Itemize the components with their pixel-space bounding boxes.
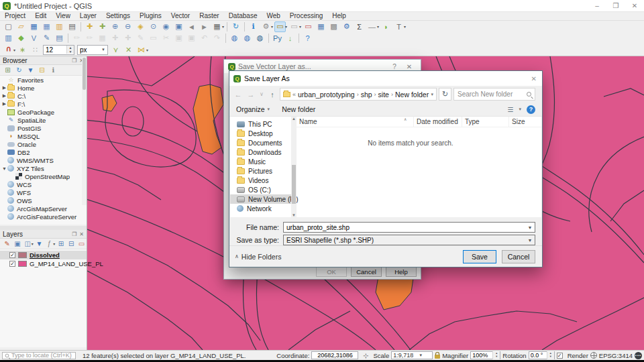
browser-item-favorites[interactable]: Favorites [0, 76, 87, 84]
new-virtual-layer-icon[interactable]: ▤ [54, 33, 65, 44]
remove-layer-icon[interactable]: ▭ [77, 239, 86, 249]
enable-snapping-icon[interactable]: ∪ [3, 44, 14, 55]
hide-folders-button[interactable]: ∧ Hide Folders [235, 253, 281, 261]
expand-all-icon[interactable]: ⊞ [56, 239, 65, 249]
cancel-button[interactable]: Cancel [502, 250, 535, 263]
mouse-position-icon[interactable]: ⊹ [361, 350, 370, 361]
refresh-browser-icon[interactable]: ↻ [14, 66, 24, 75]
place-documents[interactable]: Documents [230, 138, 291, 147]
scroll-up-icon[interactable]: ▲ [291, 117, 297, 121]
refresh-map-icon[interactable]: ↻ [230, 21, 241, 32]
close-button[interactable]: ✕ [625, 0, 644, 11]
menu-plugins[interactable]: Plugins [135, 12, 166, 20]
measure-line-icon[interactable]: ― [366, 21, 378, 32]
column-header-size[interactable]: Size [509, 117, 541, 127]
spinner-arrows[interactable]: ▲▼ [66, 46, 74, 54]
float-panel-icon[interactable]: ❐ [72, 58, 76, 64]
scale-select[interactable]: 1:9,718 ▼ [391, 351, 433, 359]
menu-edit[interactable]: Edit [30, 12, 51, 20]
zoom-to-layer-icon[interactable]: ▣ [173, 21, 184, 32]
browser-scrollbar[interactable] [82, 56, 87, 205]
open-layer-styling-icon[interactable]: ✎ [3, 239, 11, 249]
install-plugin-icon[interactable]: ↓ [284, 33, 296, 44]
chevron-down-icon[interactable]: ▾ [519, 107, 521, 112]
select-features-icon[interactable]: ▭ [274, 21, 286, 32]
column-header-type[interactable]: Type [462, 117, 509, 127]
snapping-tolerance-spinbox[interactable]: ▲▼ [43, 45, 74, 55]
text-annotation-dropdown[interactable]: ▾ [404, 24, 406, 29]
close-panel-icon[interactable]: ✕ [79, 231, 84, 237]
place-new-volume-f[interactable]: New Volume (F:) [230, 194, 291, 204]
magnifier-spinbox[interactable]: ▲▼ [470, 351, 500, 359]
snapping-unit-select[interactable]: px ▼ [77, 45, 108, 55]
new-map-view-icon[interactable]: ▦ [211, 21, 223, 32]
browser-item-f[interactable]: ▶F:\ [0, 100, 87, 108]
expand-icon[interactable]: ▶ [1, 85, 7, 90]
save-as-type-select[interactable]: ESRI Shapefile (*.shp *.SHP) ▼ [283, 235, 535, 245]
locate-box[interactable]: Type to locate (Ctrl+K) [2, 352, 76, 359]
browser-item-postgis[interactable]: PostGIS [0, 124, 87, 132]
place-pictures[interactable]: Pictures [230, 166, 291, 176]
filter-by-expression-icon[interactable]: ƒ [45, 239, 54, 249]
zoom-native-icon[interactable]: ⊙ [148, 21, 159, 32]
filter-by-expression-dropdown[interactable]: ▾ [53, 241, 55, 246]
browser-item-openstreetmap[interactable]: OpenStreetMap [0, 172, 87, 180]
collapse-all-icon[interactable]: ⊟ [37, 66, 47, 75]
new-folder-button[interactable]: New folder [282, 105, 315, 113]
deselect-features-icon[interactable]: ▭ [303, 21, 314, 32]
maximize-button[interactable]: ❐ [606, 0, 625, 11]
file-name-input[interactable] [284, 224, 525, 231]
column-header-name[interactable]: Name [297, 117, 414, 127]
file-dialog-titlebar[interactable]: Q Save Layer As ✕ [229, 71, 542, 86]
zoom-to-selection-icon[interactable]: ◉ [160, 21, 172, 32]
minimize-button[interactable]: – [588, 0, 606, 11]
dialog-help-button[interactable]: ? [387, 63, 402, 70]
breadcrumb-urban-prototyping[interactable]: urban_prototyping [298, 90, 355, 99]
place-network[interactable]: Network [230, 204, 291, 213]
zoom-out-icon[interactable]: ⊖ [122, 21, 133, 32]
magnifier-input[interactable] [471, 352, 492, 359]
add-group-icon[interactable]: ▣ [13, 239, 21, 249]
breadcrumb-site[interactable]: site [378, 90, 389, 99]
lock-scale-icon[interactable] [435, 355, 440, 359]
web-browser-plugin-icon[interactable]: ◍ [254, 33, 266, 44]
organize-button[interactable]: Organize ▾ [236, 105, 270, 113]
menu-settings[interactable]: Settings [101, 12, 135, 20]
topological-editing-icon[interactable]: ⋎ [110, 44, 121, 55]
menu-vector[interactable]: Vector [166, 12, 195, 20]
new-spatialite-layer-icon[interactable]: ✎ [41, 33, 52, 44]
dialog-close-button[interactable]: ✕ [402, 63, 417, 70]
search-box[interactable]: Search New folder [453, 88, 535, 101]
file-name-combobox[interactable]: ▼ [283, 222, 535, 233]
new-print-layout-icon[interactable]: ▥ [54, 21, 65, 32]
field-calculator-icon[interactable]: ▩ [328, 21, 339, 32]
add-selected-layers-icon[interactable]: ⊞ [3, 66, 13, 75]
file-dialog-close-icon[interactable]: ✕ [531, 75, 538, 82]
metasearch-icon[interactable]: ◍ [229, 33, 240, 44]
column-header-date-modified[interactable]: Date modified [414, 117, 462, 127]
menu-raster[interactable]: Raster [195, 12, 223, 20]
browser-item-xyz-tiles[interactable]: ▼XYZ Tiles [0, 164, 87, 172]
menu-processing[interactable]: Processing [285, 12, 327, 20]
back-button[interactable]: ← [233, 90, 244, 99]
breadcrumb-shp[interactable]: shp [361, 90, 372, 99]
processing-toolbox-icon[interactable]: ⚙ [341, 21, 352, 32]
spinner-arrows[interactable]: ▲▼ [492, 351, 500, 359]
menu-web[interactable]: Web [262, 12, 284, 20]
layer-item-g-mp14-land-use-pl[interactable]: ✓G_MP14_LAND_USE_PL [0, 259, 87, 268]
recent-locations-button[interactable]: ∨ [258, 91, 265, 97]
snapping-mode-icon[interactable]: ∗ [17, 44, 28, 55]
forward-button[interactable]: → [246, 90, 256, 99]
browser-item-geopackage[interactable]: GeoPackage [0, 108, 87, 116]
scrollbar-thumb[interactable] [83, 58, 86, 90]
address-dropdown-icon[interactable]: ▾ [431, 92, 433, 97]
rotation-input[interactable] [529, 352, 547, 359]
web-service-catalog-icon[interactable]: ◍ [241, 33, 253, 44]
layer-item-dissolved[interactable]: ✓Dissolved [0, 251, 87, 259]
run-feature-action-icon[interactable]: ⚙ [260, 21, 272, 32]
messages-icon[interactable]: ••• [635, 352, 642, 359]
scrollbar-thumb[interactable] [292, 165, 296, 204]
browser-item-arcgismapserver[interactable]: ArcGisMapServer [0, 204, 87, 213]
statistical-summary-icon[interactable]: Σ [354, 21, 365, 32]
help-contents-icon[interactable]: ? [302, 33, 313, 44]
